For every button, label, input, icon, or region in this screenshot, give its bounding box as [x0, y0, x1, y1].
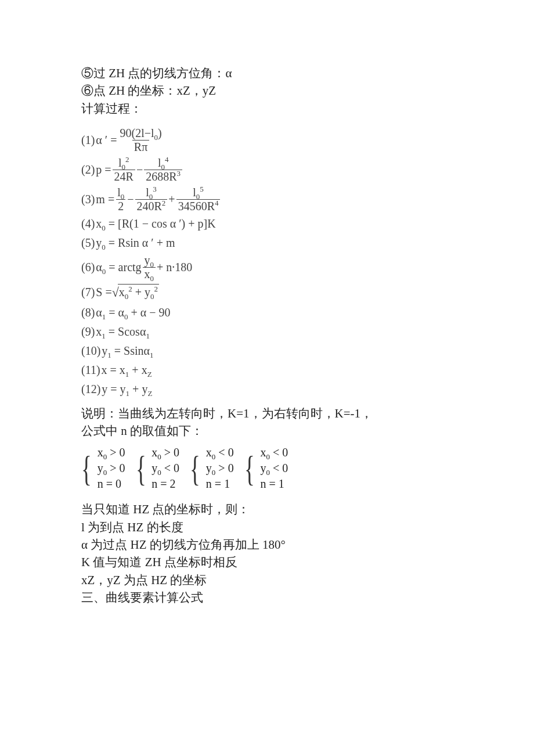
var: x — [98, 446, 103, 459]
n-value: n = 2 — [151, 476, 179, 492]
brace-icon: { — [244, 451, 255, 487]
superscript: 2 — [162, 199, 166, 207]
after-line-6: 三、曲线要素计算公式 — [81, 589, 453, 606]
text-line-calc: 计算过程： — [81, 100, 453, 117]
superscript: 2 — [154, 285, 158, 293]
op: < 0 — [270, 446, 288, 459]
expr: y = — [102, 383, 120, 395]
brace-icon: { — [81, 451, 92, 487]
fraction: l0 2 — [116, 186, 126, 213]
brace-icon: { — [136, 451, 146, 487]
fraction: 90(2l−l0) Rπ — [118, 127, 163, 153]
case-2: { x0 > 0 y0 < 0 n = 2 — [136, 444, 180, 493]
var: x — [96, 325, 102, 338]
var: α — [96, 261, 102, 273]
after-line-2: l 为到点 HZ 的长度 — [81, 519, 453, 535]
expr: = arctg — [106, 261, 141, 273]
expr: x = — [102, 363, 120, 376]
expr: + α − 90 — [128, 306, 171, 319]
op: > 0 — [107, 462, 125, 474]
fraction: y0 x0 — [143, 254, 156, 280]
var: x — [96, 217, 102, 230]
expr: = Rsin α ′ + m — [106, 236, 175, 249]
var: y — [102, 344, 107, 357]
formula-lhs: p = — [96, 162, 111, 178]
fraction: l05 34560R4 — [176, 186, 221, 213]
plus: + — [168, 192, 175, 207]
denominator: 24R — [113, 170, 135, 183]
var: y — [96, 236, 102, 249]
var: y — [120, 383, 126, 395]
op: > 0 — [107, 446, 125, 459]
den-base: 240R — [137, 200, 162, 213]
var: α — [140, 325, 146, 338]
superscript: 3 — [177, 169, 181, 178]
formula-1: (1) α ′ = 90(2l−l0) Rπ — [81, 127, 453, 153]
text-line-5: ⑤过 ZH 点的切线方位角：α — [81, 65, 453, 81]
minus: − — [136, 162, 143, 178]
formula-index: (4) — [81, 216, 95, 232]
var: x — [260, 446, 266, 459]
document-page: ⑤过 ZH 点的切线方位角：α ⑥点 ZH 的坐标：xZ，yZ 计算过程： (1… — [0, 0, 534, 606]
n-value: n = 1 — [260, 476, 288, 492]
case-4: { x0 < 0 y0 < 0 n = 1 — [244, 444, 288, 493]
formula-index: (3) — [81, 192, 95, 207]
formula-index: (11) — [81, 362, 100, 378]
var: x — [120, 363, 125, 376]
formula-lhs: α ′ = — [96, 132, 117, 148]
formula-12: (12) y = y1 + yZ — [81, 381, 453, 397]
den-base: 34560R — [178, 200, 215, 213]
brace-icon: { — [190, 451, 200, 487]
formula-index: (8) — [81, 305, 95, 321]
op: > 0 — [215, 462, 233, 474]
formula-index: (10) — [81, 343, 100, 359]
n-value: n = 0 — [98, 476, 125, 492]
formula-lhs: S = — [96, 285, 111, 300]
after-line-3: α 为过点 HZ 的切线方位角再加上 180° — [81, 537, 453, 553]
formula-list: (1) α ′ = 90(2l−l0) Rπ (2) p = l02 24R − — [81, 127, 453, 397]
plus: + — [129, 383, 142, 395]
expr: + n·180 — [157, 260, 192, 275]
var: x — [119, 286, 125, 298]
den-base: 2688R — [146, 170, 176, 183]
var: y — [151, 462, 157, 474]
formula-7: (7) S = √ x02 + y02 — [81, 284, 453, 301]
radical: √ x02 + y02 — [112, 284, 159, 301]
plus: + — [129, 363, 141, 376]
denominator: 2 — [116, 199, 125, 213]
after-line-1: 当只知道 HZ 点的坐标时，则： — [81, 501, 453, 517]
superscript: 3 — [153, 185, 157, 193]
formula-3: (3) m = l0 2 − l03 240R2 + l05 — [81, 186, 453, 213]
case-3: { x0 < 0 y0 > 0 n = 1 — [190, 444, 234, 493]
explain-line-2: 公式中 n 的取值如下： — [81, 423, 453, 439]
var: y — [206, 462, 212, 474]
superscript: 5 — [200, 185, 204, 193]
formula-index: (7) — [81, 285, 95, 300]
var: x — [142, 363, 147, 376]
op: < 0 — [270, 462, 288, 474]
var: y — [260, 462, 266, 474]
formula-index: (5) — [81, 235, 95, 251]
formula-index: (6) — [81, 260, 95, 275]
after-line-4: K 值与知道 ZH 点坐标时相反 — [81, 554, 453, 570]
formula-index: (2) — [81, 162, 95, 178]
formula-index: (9) — [81, 324, 95, 340]
plus: + — [132, 286, 145, 298]
formula-4: (4) x0 = [R(1 − cos α ′) + p]K — [81, 216, 453, 232]
var: α — [118, 306, 124, 319]
formula-11: (11) x = x1 + xZ — [81, 362, 453, 378]
fraction: l04 2688R3 — [144, 157, 182, 183]
op: > 0 — [161, 446, 179, 459]
superscript: 2 — [125, 155, 129, 164]
expr: = Scos — [106, 325, 140, 338]
expr: = Ssin — [111, 344, 144, 357]
formula-8: (8) α1 = α0 + α − 90 — [81, 305, 453, 321]
n-value: n = 1 — [206, 476, 234, 492]
var: x — [151, 446, 157, 459]
formula-6: (6) α0 = arctg y0 x0 + n·180 — [81, 254, 453, 280]
eq: = — [106, 306, 118, 319]
op: < 0 — [215, 446, 233, 459]
case-1: { x0 > 0 y0 > 0 n = 0 — [81, 444, 125, 493]
var: y — [142, 383, 147, 395]
formula-index: (1) — [81, 132, 95, 148]
